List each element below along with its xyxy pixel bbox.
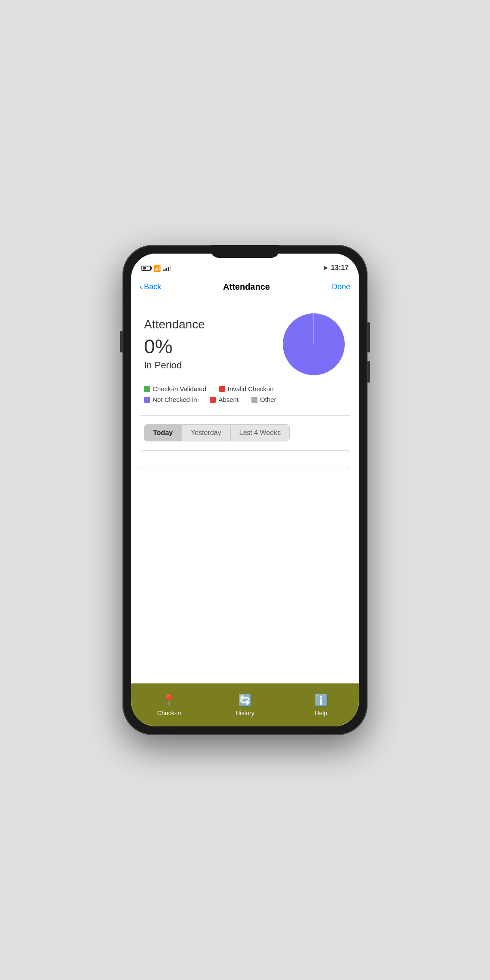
checkin-validated-label: Check-in Validated bbox=[153, 385, 206, 392]
history-tab-label: History bbox=[236, 710, 254, 717]
phone-notch bbox=[211, 245, 279, 258]
legend-absent: Absent bbox=[210, 396, 239, 403]
checkin-tab-label: Check-in bbox=[157, 710, 181, 717]
attendance-period: In Period bbox=[144, 360, 273, 371]
legend-invalid-checkin: Invalid Check-in bbox=[219, 385, 274, 392]
legend: Check-in Validated Invalid Check-in Not … bbox=[131, 385, 359, 415]
back-chevron-icon: ‹ bbox=[140, 282, 142, 291]
help-tab-label: Help bbox=[315, 710, 327, 717]
absent-dot bbox=[210, 397, 216, 403]
nav-bar: ‹ Back Attendance Done bbox=[131, 275, 359, 299]
phone-screen: 📶 ► 13:17 ‹ Back Attendance Done bbox=[131, 254, 359, 726]
signal-icon bbox=[163, 265, 171, 271]
tab-today[interactable]: Today bbox=[144, 424, 182, 441]
wifi-icon: 📶 bbox=[153, 265, 161, 272]
checkin-icon: 📍 bbox=[162, 694, 176, 707]
not-checked-in-dot bbox=[144, 397, 150, 403]
phone-frame: 📶 ► 13:17 ‹ Back Attendance Done bbox=[122, 245, 368, 735]
status-left: 📶 bbox=[141, 265, 171, 272]
attendance-label: Attendance bbox=[144, 318, 273, 331]
period-tabs: Today Yesterday Last 4 Weeks bbox=[131, 416, 359, 450]
legend-row-2: Not Checked-in Absent Other bbox=[144, 396, 346, 403]
main-content: Attendance 0% In Period Check-in Valid bbox=[131, 299, 359, 726]
tab-help[interactable]: ℹ️ Help bbox=[283, 694, 359, 717]
absent-label: Absent bbox=[218, 396, 239, 403]
other-label: Other bbox=[260, 396, 276, 403]
battery-icon bbox=[141, 266, 151, 271]
back-button[interactable]: ‹ Back bbox=[140, 282, 161, 291]
help-icon: ℹ️ bbox=[314, 694, 328, 707]
checkin-validated-dot bbox=[144, 386, 150, 392]
attendance-percent: 0% bbox=[144, 335, 273, 358]
invalid-checkin-dot bbox=[219, 386, 225, 392]
location-arrow-icon: ► bbox=[322, 264, 329, 272]
volume-button bbox=[120, 331, 122, 352]
attendance-text: Attendance 0% In Period bbox=[144, 318, 273, 371]
status-time: ► 13:17 bbox=[322, 264, 349, 272]
silent-button bbox=[368, 361, 370, 383]
tab-bar: 📍 Check-in 🔄 History ℹ️ Help bbox=[131, 683, 359, 726]
history-icon: 🔄 bbox=[238, 694, 252, 707]
pie-chart bbox=[282, 312, 346, 377]
invalid-checkin-label: Invalid Check-in bbox=[228, 385, 274, 392]
pie-chart-svg bbox=[282, 312, 346, 377]
legend-row-1: Check-in Validated Invalid Check-in bbox=[144, 385, 346, 392]
legend-checkin-validated: Check-in Validated bbox=[144, 385, 206, 392]
attendance-list bbox=[131, 478, 359, 683]
not-checked-in-label: Not Checked-in bbox=[153, 396, 197, 403]
page-title: Attendance bbox=[223, 282, 270, 292]
done-button[interactable]: Done bbox=[332, 282, 350, 291]
tab-last-4-weeks[interactable]: Last 4 Weeks bbox=[230, 424, 290, 441]
tab-yesterday[interactable]: Yesterday bbox=[182, 424, 230, 441]
legend-other: Other bbox=[251, 396, 276, 403]
attendance-summary: Attendance 0% In Period bbox=[131, 299, 359, 385]
filter-area bbox=[131, 450, 359, 478]
tab-history[interactable]: 🔄 History bbox=[207, 694, 283, 717]
filter-input[interactable] bbox=[140, 450, 350, 469]
power-button bbox=[368, 322, 370, 352]
tab-checkin[interactable]: 📍 Check-in bbox=[131, 694, 207, 717]
other-dot bbox=[251, 397, 257, 403]
back-label: Back bbox=[144, 282, 161, 291]
legend-not-checked-in: Not Checked-in bbox=[144, 396, 197, 403]
